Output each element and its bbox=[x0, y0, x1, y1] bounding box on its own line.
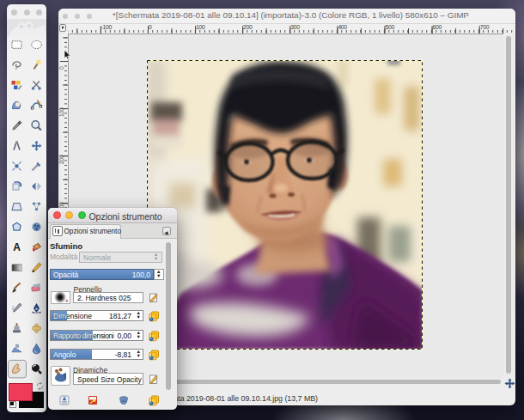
svg-text:A: A bbox=[13, 241, 21, 253]
